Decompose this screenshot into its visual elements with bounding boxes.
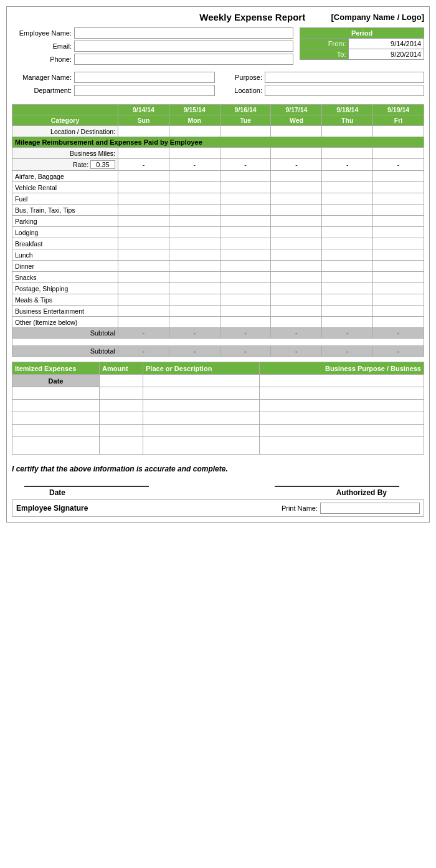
subtotal2-label: Subtotal (12, 346, 118, 357)
cat-entertainment: Business Entertainment (12, 306, 118, 317)
day-sun: Sun (118, 115, 169, 126)
mileage-section-header: Mileage Reimbursement and Expenses Paid … (12, 137, 424, 148)
date-row3[interactable] (12, 400, 100, 412)
rate-tue: - (220, 159, 271, 171)
sub2-sun: - (118, 346, 169, 357)
amount-row1[interactable] (100, 375, 143, 387)
rate-fri: - (373, 159, 424, 171)
to-label: To: (300, 49, 349, 60)
loc-mon[interactable] (169, 126, 220, 137)
date-row6[interactable] (12, 437, 100, 455)
location-input[interactable] (265, 85, 424, 96)
rate-label-text: Rate: (73, 161, 88, 168)
date-row4[interactable] (12, 412, 100, 425)
cat-parking: Parking (12, 216, 118, 227)
cat-lunch: Lunch (12, 249, 118, 261)
department-input[interactable] (74, 85, 215, 96)
amount-row6[interactable] (100, 437, 143, 455)
period-from: 9/14/2014 (349, 39, 424, 49)
place-row5[interactable] (143, 425, 260, 437)
rate-sun: - (118, 159, 169, 171)
loc-fri[interactable] (373, 126, 424, 137)
day-wed: Wed (271, 115, 322, 126)
cat-meals: Meals & Tips (12, 294, 118, 306)
cat-fuel: Fuel (12, 193, 118, 205)
cat-airfare: Airfare, Baggage (12, 171, 118, 182)
phone-input[interactable] (74, 54, 293, 65)
day-mon: Mon (169, 115, 220, 126)
business-row6[interactable] (259, 437, 424, 455)
sub2-mon: - (169, 346, 220, 357)
business-row1[interactable] (259, 375, 424, 387)
period-header: Period (300, 28, 424, 39)
manager-input[interactable] (74, 72, 215, 83)
loc-tue[interactable] (220, 126, 271, 137)
place-row4[interactable] (143, 412, 260, 425)
email-input[interactable] (74, 41, 293, 52)
date-mon: 9/15/14 (169, 105, 220, 115)
place-row2[interactable] (143, 387, 260, 400)
amount-row4[interactable] (100, 412, 143, 425)
miles-wed[interactable] (271, 148, 322, 159)
employee-name-input[interactable] (74, 27, 293, 39)
employee-sig-label: Employee Signature (16, 504, 88, 513)
cat-vehicle: Vehicle Rental (12, 182, 118, 193)
business-miles-label: Business Miles: (12, 148, 118, 159)
department-label: Department: (12, 87, 74, 94)
itemized-header: Itemized Expenses (12, 362, 100, 375)
sub2-tue: - (220, 346, 271, 357)
miles-sun[interactable] (118, 148, 169, 159)
cat-other: Other (Itemize below) (12, 317, 118, 328)
date-wed: 9/17/14 (271, 105, 322, 115)
amount-row2[interactable] (100, 387, 143, 400)
business-row4[interactable] (259, 412, 424, 425)
category-label: Category (12, 115, 118, 126)
page-title: Weekly Expense Report (99, 12, 331, 22)
miles-fri[interactable] (373, 148, 424, 159)
date-tue: 9/16/14 (220, 105, 271, 115)
rate-input[interactable] (90, 160, 115, 169)
date-label: Date (49, 488, 65, 497)
sub1-tue: - (220, 328, 271, 339)
miles-mon[interactable] (169, 148, 220, 159)
place-row6[interactable] (143, 437, 260, 455)
date-fri: 9/19/14 (373, 105, 424, 115)
cat-postage: Postage, Shipping (12, 283, 118, 294)
date-sun: 9/14/14 (118, 105, 169, 115)
day-fri: Fri (373, 115, 424, 126)
print-name-label: Print Name: (282, 504, 318, 512)
miles-tue[interactable] (220, 148, 271, 159)
rate-label: Rate: (12, 159, 118, 171)
date-col-header: Date (12, 375, 100, 387)
manager-label: Manager Name: (12, 74, 74, 81)
sub2-thu: - (322, 346, 373, 357)
place-row3[interactable] (143, 400, 260, 412)
sub1-sun: - (118, 328, 169, 339)
cat-bus: Bus, Train, Taxi, Tips (12, 205, 118, 216)
amount-row5[interactable] (100, 425, 143, 437)
company-name: [Company Name / Logo] (331, 12, 424, 22)
loc-sun[interactable] (118, 126, 169, 137)
loc-wed[interactable] (271, 126, 322, 137)
print-name-input[interactable] (320, 503, 420, 514)
sub1-wed: - (271, 328, 322, 339)
miles-thu[interactable] (322, 148, 373, 159)
amount-row3[interactable] (100, 400, 143, 412)
cat-dinner: Dinner (12, 261, 118, 272)
subtotal1-label: Subtotal (12, 328, 118, 339)
cat-breakfast: Breakfast (12, 238, 118, 249)
day-tue: Tue (220, 115, 271, 126)
rate-thu: - (322, 159, 373, 171)
date-row2[interactable] (12, 387, 100, 400)
cat-lodging: Lodging (12, 227, 118, 238)
purpose-input[interactable] (265, 72, 424, 83)
business-row5[interactable] (259, 425, 424, 437)
date-row5[interactable] (12, 425, 100, 437)
authorized-label: Authorized By (336, 488, 387, 497)
place-row1[interactable] (143, 375, 260, 387)
loc-thu[interactable] (322, 126, 373, 137)
business-row3[interactable] (259, 400, 424, 412)
business-row2[interactable] (259, 387, 424, 400)
period-to: 9/20/2014 (349, 49, 424, 60)
amount-col-header: Amount (100, 362, 143, 375)
